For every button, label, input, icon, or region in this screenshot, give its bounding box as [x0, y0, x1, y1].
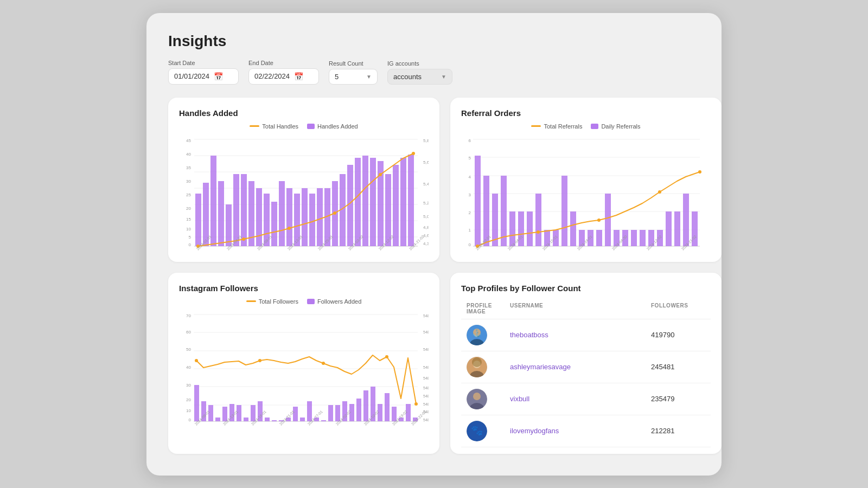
col-profile-image: PROFILE IMAGE — [467, 303, 510, 314]
followers: 235479 — [651, 395, 705, 403]
svg-rect-53 — [400, 158, 406, 246]
svg-point-178 — [195, 359, 198, 362]
svg-point-56 — [242, 237, 245, 241]
svg-rect-169 — [356, 399, 361, 421]
svg-rect-165 — [328, 405, 333, 421]
svg-text:30: 30 — [186, 383, 191, 388]
svg-text:548,250: 548,250 — [423, 402, 429, 406]
svg-rect-90 — [535, 194, 541, 246]
svg-rect-85 — [492, 194, 498, 246]
svg-text:4,800: 4,800 — [423, 225, 429, 230]
svg-text:5: 5 — [189, 235, 192, 240]
svg-rect-157 — [272, 420, 277, 421]
handles-added-legend-daily: Handles Added — [307, 123, 358, 130]
avatar — [467, 357, 487, 377]
svg-rect-48 — [362, 156, 368, 246]
app-container: Insights Start Date 01/01/2024 📅 End Dat… — [146, 13, 722, 476]
svg-text:45: 45 — [186, 138, 191, 143]
start-date-group: Start Date 01/01/2024 📅 — [168, 60, 239, 85]
username: ilovemydogfans — [510, 427, 651, 435]
svg-rect-83 — [475, 156, 481, 246]
result-count-value: 5 — [335, 73, 339, 81]
instagram-followers-legend: Total Followers Followers Added — [179, 298, 429, 305]
handles-added-title: Handles Added — [179, 108, 429, 118]
svg-text:60: 60 — [186, 330, 191, 335]
svg-text:548,500: 548,500 — [423, 348, 429, 351]
charts-grid: Handles Added Total Handles Handles Adde… — [168, 98, 700, 454]
svg-rect-54 — [408, 155, 414, 246]
svg-rect-30 — [226, 204, 232, 246]
svg-text:3: 3 — [469, 192, 471, 197]
daily-referrals-legend-color — [591, 124, 598, 129]
svg-rect-160 — [293, 407, 298, 421]
referral-orders-title: Referral Orders — [461, 108, 711, 118]
svg-point-112 — [658, 190, 661, 194]
svg-rect-153 — [244, 418, 248, 421]
instagram-followers-title: Instagram Followers — [179, 284, 429, 293]
svg-text:30: 30 — [186, 179, 191, 184]
svg-point-201 — [473, 393, 481, 400]
total-referrals-legend-color — [531, 125, 541, 127]
followers-added-legend-color — [307, 299, 315, 304]
svg-text:5,800: 5,800 — [423, 138, 429, 143]
result-count-select[interactable]: 5 ▼ — [329, 69, 378, 85]
svg-rect-93 — [561, 176, 567, 246]
svg-text:5,600: 5,600 — [423, 160, 429, 165]
svg-point-59 — [379, 173, 382, 176]
svg-point-182 — [414, 402, 418, 406]
instagram-followers-legend-added: Followers Added — [307, 298, 361, 305]
svg-rect-33 — [248, 181, 254, 246]
svg-text:0: 0 — [189, 418, 192, 422]
avatar: 🐾 — [467, 421, 487, 441]
svg-rect-36 — [271, 202, 277, 246]
ig-accounts-select[interactable]: accounts ▼ — [387, 69, 452, 85]
svg-text:10: 10 — [186, 408, 191, 413]
handles-added-legend-total: Total Handles — [250, 123, 298, 130]
svg-point-57 — [288, 227, 291, 230]
start-date-input[interactable]: 01/01/2024 📅 — [168, 68, 239, 85]
svg-rect-46 — [347, 165, 353, 246]
svg-text:548,550: 548,550 — [423, 330, 429, 334]
end-date-calendar-icon: 📅 — [294, 72, 303, 81]
filters-row: Start Date 01/01/2024 📅 End Date 02/22/2… — [168, 60, 700, 85]
username: theboatboss — [510, 331, 651, 339]
ig-accounts-label: IG accounts — [387, 60, 452, 67]
svg-text:50: 50 — [186, 347, 191, 352]
total-followers-legend-label: Total Followers — [259, 298, 298, 305]
col-followers: FOLLOWERS — [651, 303, 705, 314]
handles-added-legend-color — [307, 124, 315, 129]
svg-point-60 — [412, 152, 415, 155]
svg-text:20: 20 — [186, 397, 191, 402]
total-handles-legend-color — [250, 125, 259, 127]
svg-text:548,300: 548,300 — [423, 394, 429, 398]
followers-added-legend-label: Followers Added — [317, 298, 361, 305]
svg-text:2: 2 — [469, 210, 471, 215]
svg-point-181 — [385, 355, 388, 358]
svg-rect-49 — [370, 158, 376, 246]
svg-text:70: 70 — [186, 313, 191, 318]
svg-text:0: 0 — [189, 242, 192, 247]
avatar — [467, 389, 487, 409]
svg-text:40: 40 — [186, 152, 191, 157]
svg-text:1: 1 — [469, 228, 471, 233]
result-count-group: Result Count 5 ▼ — [329, 60, 378, 85]
svg-rect-29 — [218, 181, 224, 246]
table-row: ashleymariesavage 245481 — [461, 351, 711, 383]
ig-accounts-chevron-icon: ▼ — [441, 74, 446, 80]
table-row: ⚓ theboatboss 419790 — [461, 319, 711, 351]
svg-point-199 — [472, 357, 482, 367]
referral-orders-legend: Total Referrals Daily Referrals — [461, 123, 711, 130]
svg-rect-37 — [279, 181, 285, 246]
username: vixbull — [510, 395, 651, 403]
svg-rect-173 — [385, 393, 390, 421]
svg-rect-149 — [215, 418, 220, 421]
start-date-calendar-icon: 📅 — [214, 72, 223, 81]
top-profiles-card: Top Profiles by Follower Count PROFILE I… — [450, 273, 722, 454]
followers: 245481 — [651, 363, 705, 371]
svg-rect-38 — [286, 188, 292, 246]
svg-point-113 — [698, 170, 701, 174]
svg-rect-170 — [363, 390, 368, 421]
svg-rect-98 — [605, 194, 611, 246]
instagram-followers-legend-total: Total Followers — [246, 298, 298, 305]
end-date-input[interactable]: 02/22/2024 📅 — [248, 68, 319, 85]
